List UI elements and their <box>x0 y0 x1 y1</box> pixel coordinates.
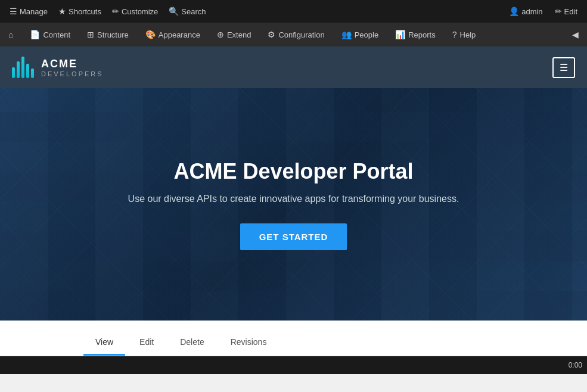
time-display: 0:00 <box>569 361 582 369</box>
star-icon: ★ <box>58 7 66 16</box>
nav-people-label: People <box>355 30 378 39</box>
admin-bar: ☰ Manage ★ Shortcuts ✏ Customize 🔍 Searc… <box>0 0 587 23</box>
nav-structure[interactable]: ⊞ Structure <box>79 23 137 46</box>
nav-reports[interactable]: 📊 Reports <box>387 23 444 46</box>
logo-text: ACME <box>41 58 104 70</box>
nav-content[interactable]: 📄 Content <box>21 23 79 46</box>
content-icon: 📄 <box>30 30 40 39</box>
home-icon: ⌂ <box>8 30 13 39</box>
hero-section: ACME Developer Portal Use our diverse AP… <box>0 88 587 321</box>
edit-icon: ✏ <box>555 7 562 16</box>
people-icon: 👥 <box>341 30 352 39</box>
tab-edit[interactable]: Edit <box>128 330 166 356</box>
admin-label: admin <box>521 7 542 16</box>
nav-appearance-label: Appearance <box>159 30 200 39</box>
hero-content: ACME Developer Portal Use our diverse AP… <box>128 159 459 250</box>
admin-bar-left: ☰ Manage ★ Shortcuts ✏ Customize 🔍 Searc… <box>5 4 502 18</box>
tab-revisions[interactable]: Revisions <box>219 330 279 356</box>
logo-bar <box>26 64 29 78</box>
manage-button[interactable]: ☰ Manage <box>5 4 52 18</box>
nav-content-label: Content <box>43 30 70 39</box>
reports-icon: 📊 <box>395 30 405 39</box>
get-started-button[interactable]: GET STARTED <box>240 223 347 250</box>
admin-bar-right: 👤 admin ✏ Edit <box>504 4 582 18</box>
search-label: Search <box>181 7 206 16</box>
search-icon: 🔍 <box>169 7 179 16</box>
logo-bar <box>31 69 34 78</box>
appearance-icon: 🎨 <box>145 30 156 39</box>
hero-subtitle: Use our diverse APIs to create innovativ… <box>128 194 459 204</box>
user-icon: 👤 <box>509 7 519 16</box>
bottom-bar: 0:00 <box>0 356 587 374</box>
menu-icon: ☰ <box>10 7 17 16</box>
nav-extend[interactable]: ⊕ Extend <box>209 23 259 46</box>
nav-bar: ⌂ 📄 Content ⊞ Structure 🎨 Appearance ⊕ E… <box>0 23 587 46</box>
edit-button[interactable]: ✏ Edit <box>550 4 582 18</box>
extend-icon: ⊕ <box>217 30 224 39</box>
logo-bars <box>12 57 34 78</box>
nav-back[interactable]: ◀ <box>564 23 587 46</box>
logo-bar <box>17 61 20 78</box>
nav-configuration-label: Configuration <box>278 30 324 39</box>
nav-reports-label: Reports <box>408 30 436 39</box>
nav-people[interactable]: 👥 People <box>333 23 387 46</box>
tab-view[interactable]: View <box>83 330 125 356</box>
site-logo: ACME DEVELOPERS <box>12 57 104 78</box>
back-icon: ◀ <box>572 30 579 39</box>
nav-structure-label: Structure <box>97 30 129 39</box>
site-header: ACME DEVELOPERS ☰ <box>0 46 587 88</box>
structure-icon: ⊞ <box>87 30 94 39</box>
hero-title: ACME Developer Portal <box>128 159 459 184</box>
tab-delete[interactable]: Delete <box>168 330 216 356</box>
shortcuts-label: Shortcuts <box>69 7 101 16</box>
customize-label: Customize <box>122 7 158 16</box>
customize-button[interactable]: ✏ Customize <box>107 4 163 18</box>
logo-bar <box>12 67 15 78</box>
admin-user-button[interactable]: 👤 admin <box>504 4 547 18</box>
nav-help[interactable]: ? Help <box>444 23 484 46</box>
shortcuts-button[interactable]: ★ Shortcuts <box>54 4 106 18</box>
tab-bar: View Edit Delete Revisions <box>0 321 587 356</box>
nav-extend-label: Extend <box>227 30 251 39</box>
logo-sub: DEVELOPERS <box>41 70 104 77</box>
logo-bar <box>21 57 24 78</box>
nav-help-label: Help <box>460 30 476 39</box>
nav-home[interactable]: ⌂ <box>0 23 21 46</box>
edit-label: Edit <box>564 7 577 16</box>
search-button[interactable]: 🔍 Search <box>164 4 210 18</box>
nav-configuration[interactable]: ⚙ Configuration <box>259 23 333 46</box>
help-icon: ? <box>452 30 457 39</box>
pencil-icon: ✏ <box>112 7 119 16</box>
manage-label: Manage <box>20 7 48 16</box>
nav-appearance[interactable]: 🎨 Appearance <box>137 23 209 46</box>
logo-text-block: ACME DEVELOPERS <box>41 58 104 77</box>
hamburger-button[interactable]: ☰ <box>552 57 575 78</box>
configuration-icon: ⚙ <box>268 30 275 39</box>
